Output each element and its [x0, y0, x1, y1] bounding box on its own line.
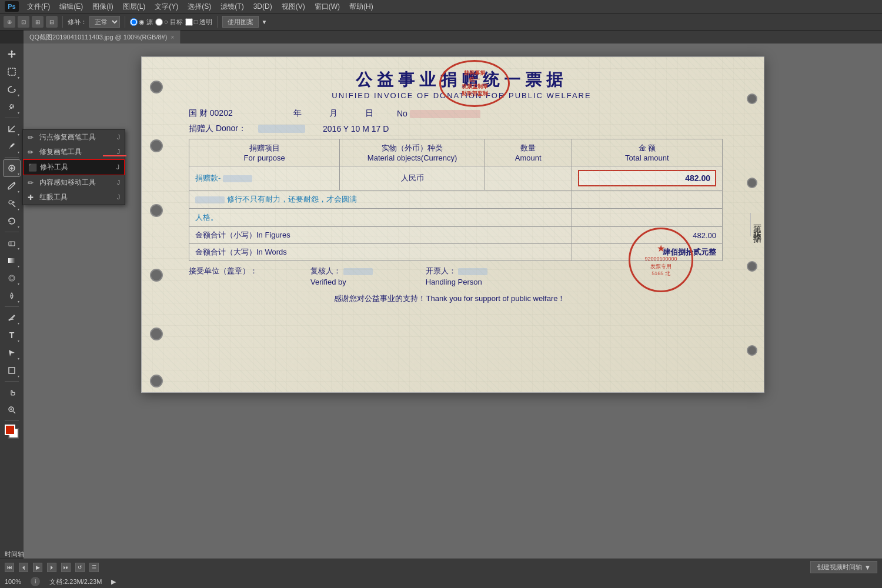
ctx-item-content-aware[interactable]: ✏ 内容感知移动工具 J: [23, 175, 125, 190]
menu-help[interactable]: 帮助(H): [346, 1, 377, 13]
receipt-paper: 第一联收据 慈善募捐统一发票监制章财政部监制 公益事业捐赠统一票据 UNIFIE…: [142, 57, 764, 392]
status-bar: 100% i 文档:2.23M/2.23M ▶ 时间轴: [0, 575, 882, 588]
document-tab[interactable]: QQ截图20190410111403.jpg @ 100%(RGB/8#) ×: [24, 31, 181, 44]
patch-icon: ⬛: [28, 163, 36, 172]
amount-value-box: 482.00: [578, 170, 716, 186]
info-icon[interactable]: i: [31, 577, 40, 586]
menu-window[interactable]: 窗口(W): [311, 1, 343, 13]
donation-name-blurred: [223, 175, 252, 182]
tool-magic-wand[interactable]: ▾: [4, 99, 20, 115]
tool-blur[interactable]: ▾: [4, 270, 20, 286]
td-amount-1: 482.00: [572, 166, 722, 191]
ctx-label-spot-heal: 污点修复画笔工具: [39, 132, 96, 142]
tl-options[interactable]: ☰: [89, 563, 99, 572]
th-purpose-cn: 捐赠项目: [195, 143, 333, 153]
hole-5: [150, 328, 163, 340]
text-arrow-icon: ▾: [18, 339, 19, 343]
ctx-item-heal-brush[interactable]: ✏ 修复画笔工具 J: [23, 145, 125, 159]
blur-arrow-icon: ▾: [18, 282, 19, 286]
receiver-item: 接受单位（盖章）：: [189, 266, 258, 286]
heal-options-icon: ⊕: [4, 16, 15, 28]
verifier-en: Verified by: [310, 278, 373, 286]
svg-rect-0: [8, 68, 15, 75]
tool-dodge[interactable]: ▾: [4, 288, 20, 304]
right-hole-2: [747, 178, 757, 188]
menu-edit[interactable]: 编辑(E): [56, 1, 86, 13]
tool-pen[interactable]: ▾: [4, 309, 20, 326]
heal-brush-icon: ✏: [28, 148, 36, 156]
hole-2: [150, 139, 163, 152]
seal-line1: 92000100000: [644, 255, 677, 263]
tool-brush[interactable]: ▾: [4, 178, 20, 194]
wand-arrow-icon: ▾: [18, 111, 19, 115]
history-arrow-icon: ▾: [18, 225, 19, 229]
ctx-item-patch[interactable]: ⬛ 修补工具 J: [23, 159, 125, 175]
tl-play[interactable]: ▶: [33, 563, 42, 572]
menu-file[interactable]: 文件(F): [24, 1, 54, 13]
no-value-blurred: [410, 110, 480, 118]
mode-select[interactable]: 正常: [89, 16, 120, 28]
tool-move[interactable]: [4, 46, 20, 62]
tool-sep4: [5, 306, 19, 307]
td-purpose-1: 捐赠款-: [189, 166, 340, 191]
tl-skip-end[interactable]: ⏭: [61, 563, 71, 572]
handler-label: 开票人：: [426, 266, 488, 276]
tl-loop[interactable]: ↺: [75, 563, 85, 572]
opt3-icon: ⊟: [46, 16, 58, 28]
timeline-dropdown-icon: ▼: [864, 564, 871, 571]
opt-sep3: [217, 16, 218, 28]
year-field: 年: [268, 108, 302, 119]
hole-6: [150, 375, 163, 387]
tool-marquee[interactable]: ▾ ▾: [4, 64, 20, 80]
tool-text[interactable]: T ▾: [4, 327, 20, 343]
xiu-bu-label: 修补：: [68, 18, 87, 26]
ctx-arrow-spot-heal: J: [117, 134, 120, 141]
tool-arrow-icon: ▾: [18, 75, 19, 79]
create-video-timeline-btn[interactable]: 创建视频时间轴 ▼: [810, 561, 877, 573]
fg-bg-colors[interactable]: [4, 423, 20, 440]
source-radio[interactable]: ◉ 源: [130, 18, 153, 26]
ctx-label-red-eye: 红眼工具: [39, 192, 68, 202]
tool-lasso[interactable]: ▾ ▾: [4, 81, 20, 98]
verifier-item: 复核人： Verified by: [310, 266, 373, 286]
tool-crop[interactable]: ▾: [4, 121, 20, 137]
menu-view[interactable]: 视图(V): [278, 1, 309, 13]
tool-clone-stamp[interactable]: ▾: [4, 195, 20, 212]
pattern-arrow-icon: ▼: [261, 19, 267, 25]
table-row-1: 捐赠款- 人民币 482.00: [189, 166, 723, 191]
tool-heal-brush[interactable]: ▾: [4, 160, 20, 176]
tl-next-frame[interactable]: ⏵: [47, 563, 56, 572]
tl-prev-frame[interactable]: ⏴: [19, 563, 28, 572]
status-arrow-btn[interactable]: ▶: [111, 578, 116, 586]
menu-layer[interactable]: 图层(L): [119, 1, 149, 13]
opt2-icon: ⊞: [32, 16, 44, 28]
tool-sep6: [5, 420, 19, 421]
transparent-check[interactable]: □ 透明: [185, 18, 213, 26]
ctx-label-heal-brush: 修复画笔工具: [39, 147, 82, 157]
menu-select[interactable]: 选择(S): [184, 1, 215, 13]
tool-eraser[interactable]: ▾: [4, 235, 20, 251]
tool-history-brush[interactable]: ▾: [4, 213, 20, 229]
ctx-item-red-eye[interactable]: ✚ 红眼工具 J: [23, 190, 125, 205]
info-row: 国 财 00202 年 月 日 No: [153, 105, 746, 122]
use-pattern-btn[interactable]: 使用图案: [222, 16, 259, 28]
menu-type[interactable]: 文字(Y): [151, 1, 182, 13]
ctx-item-spot-heal[interactable]: ✏ 污点修复画笔工具 J: [23, 130, 125, 145]
tool-hand[interactable]: [4, 384, 20, 400]
menu-filter[interactable]: 滤镜(T): [217, 1, 247, 13]
tool-zoom[interactable]: [4, 402, 20, 418]
tool-path-select[interactable]: ▾: [4, 345, 20, 361]
tool-eyedropper[interactable]: ▾: [4, 138, 20, 155]
brush-arrow-icon: ▾: [18, 189, 19, 193]
donor-label: 捐赠人 Donor：: [189, 123, 246, 134]
dest-radio[interactable]: ○ 目标: [155, 18, 183, 26]
menu-image[interactable]: 图像(I): [89, 1, 116, 13]
tool-gradient[interactable]: ▾: [4, 252, 20, 269]
hole-4: [150, 269, 163, 282]
fg-color-swatch[interactable]: [5, 425, 15, 435]
tool-shape[interactable]: ▾: [4, 362, 20, 379]
menu-3d[interactable]: 3D(D): [250, 1, 276, 12]
tab-close-btn[interactable]: ×: [171, 34, 174, 41]
th-amount-en: Amount: [491, 153, 566, 162]
tl-skip-start[interactable]: ⏮: [5, 563, 14, 572]
